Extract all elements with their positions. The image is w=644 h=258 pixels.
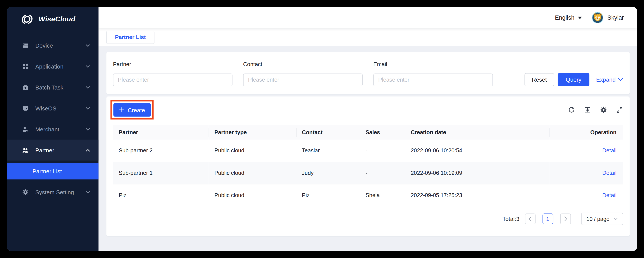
create-button[interactable]: Create — [113, 103, 151, 116]
partner-icon — [22, 147, 29, 154]
chevron-right-icon — [564, 216, 567, 221]
sidebar-item-partner-list[interactable]: Partner List — [7, 162, 99, 180]
column-header-contact: Contact — [296, 125, 360, 140]
chevron-down-icon — [86, 107, 90, 109]
sidebar-item-partner[interactable]: Partner — [7, 140, 99, 161]
query-button[interactable]: Query — [558, 73, 589, 86]
table-toolbar: Create — [113, 100, 623, 120]
settings-icon[interactable] — [600, 106, 607, 113]
cell-partner: Sub-partner 2 — [113, 140, 208, 162]
system-setting-icon — [22, 188, 29, 195]
sidebar-item-label: System Setting — [35, 188, 86, 195]
table-row: Sub-partner 2 Public cloud Teaslar - 202… — [113, 140, 623, 162]
filter-actions: Reset Query Expand — [524, 73, 623, 86]
tab-partner-list[interactable]: Partner List — [106, 30, 154, 44]
sidebar-item-batch-task[interactable]: Batch Task — [7, 77, 99, 98]
annotation-highlight-box: Create — [110, 100, 154, 120]
sidebar-item-system-setting[interactable]: System Setting — [7, 182, 99, 202]
column-header-partner-type: Partner type — [209, 125, 296, 140]
cell-creation-date: 2022-09-05 17:25:23 — [405, 184, 550, 206]
topbar: English — [99, 7, 637, 28]
filter-fields: Partner Contact Email — [113, 61, 493, 86]
caret-down-icon — [578, 16, 582, 19]
pagination-total: Total:3 — [502, 216, 520, 222]
refresh-icon[interactable] — [568, 106, 575, 113]
main-area: English — [99, 7, 637, 251]
sidebar-item-label: WiseOS — [35, 105, 86, 112]
screen: WiseCloud Device — [0, 0, 644, 258]
wisecloud-logo-icon — [21, 14, 33, 25]
application-icon — [22, 63, 29, 70]
page-number-button[interactable]: 1 — [542, 214, 553, 224]
sidebar-item-application[interactable]: Application — [7, 56, 99, 77]
reset-button[interactable]: Reset — [524, 73, 554, 86]
sidebar-item-label: Partner — [35, 147, 86, 154]
cell-sales: Shela — [360, 184, 405, 206]
expand-label: Expand — [596, 76, 616, 83]
wiseos-icon — [22, 105, 29, 112]
chevron-down-icon — [86, 65, 90, 68]
chevron-down-icon — [618, 78, 623, 81]
table-row: Sub-partner 1 Public cloud Judy - 2022-0… — [113, 162, 623, 184]
chevron-down-icon — [86, 128, 90, 130]
sidebar-item-label: Batch Task — [35, 84, 86, 90]
chevron-down-icon — [86, 86, 90, 88]
partner-input[interactable] — [113, 74, 232, 86]
pagination: Total:3 1 10 / page — [113, 213, 623, 225]
sidebar-item-wiseos[interactable]: WiseOS — [7, 98, 99, 119]
contact-input[interactable] — [243, 74, 362, 86]
sidebar-item-label: Device — [35, 42, 86, 49]
detail-link[interactable]: Detail — [602, 170, 616, 176]
cell-creation-date: 2022-09-06 10:20:54 — [405, 140, 550, 162]
language-label: English — [555, 14, 574, 21]
filter-field-email: Email — [373, 61, 493, 86]
detail-link[interactable]: Detail — [602, 148, 616, 154]
cell-partner-type: Public cloud — [209, 162, 296, 184]
cell-contact: Piz — [296, 184, 360, 206]
cell-contact: Teaslar — [296, 140, 360, 162]
content: Partner Contact Email Reset — [99, 46, 637, 251]
expand-link[interactable]: Expand — [596, 76, 623, 83]
username: Skylar — [607, 14, 624, 21]
user-menu[interactable]: Skylar — [592, 12, 624, 24]
column-header-operation: Operation — [550, 125, 623, 140]
sidebar-subitem-label: Partner List — [32, 168, 62, 174]
brand-name: WiseCloud — [39, 15, 75, 24]
merchant-icon — [22, 126, 29, 132]
next-page-button[interactable] — [560, 214, 571, 224]
plus-icon — [119, 107, 124, 112]
device-icon — [22, 42, 29, 49]
cell-partner-type: Public cloud — [209, 184, 296, 206]
sidebar-item-device[interactable]: Device — [7, 35, 99, 56]
batch-task-icon — [22, 84, 29, 90]
cell-partner: Piz — [113, 184, 208, 206]
sidebar: WiseCloud Device — [7, 7, 99, 251]
language-selector[interactable]: English — [555, 14, 582, 21]
create-button-label: Create — [128, 106, 145, 113]
sidebar-nav: Device Application — [7, 35, 99, 202]
cell-sales: - — [360, 140, 405, 162]
fullscreen-icon[interactable] — [616, 106, 623, 113]
chevron-down-icon — [86, 191, 90, 193]
detail-link[interactable]: Detail — [602, 192, 616, 198]
email-field-label: Email — [373, 61, 493, 67]
table-header: Partner Partner type Contact Sales Creat… — [113, 125, 623, 140]
column-header-creation-date: Creation date — [405, 125, 550, 140]
contact-field-label: Contact — [243, 61, 362, 67]
email-input[interactable] — [373, 74, 493, 86]
filter-card: Partner Contact Email Reset — [106, 52, 630, 94]
table-tools — [568, 106, 623, 113]
cell-creation-date: 2022-09-06 10:19:09 — [405, 162, 550, 184]
app-window: WiseCloud Device — [7, 7, 637, 251]
chevron-down-icon — [86, 44, 90, 46]
page-size-select[interactable]: 10 / page — [581, 213, 623, 225]
row-height-icon[interactable] — [584, 106, 591, 113]
column-header-partner: Partner — [113, 125, 208, 140]
prev-page-button[interactable] — [525, 214, 536, 224]
cell-partner-type: Public cloud — [209, 140, 296, 162]
sidebar-item-label: Merchant — [35, 126, 86, 132]
chevron-down-icon — [614, 218, 618, 220]
sidebar-item-merchant[interactable]: Merchant — [7, 119, 99, 140]
brand-logo: WiseCloud — [7, 7, 99, 32]
tab-label: Partner List — [115, 34, 146, 40]
